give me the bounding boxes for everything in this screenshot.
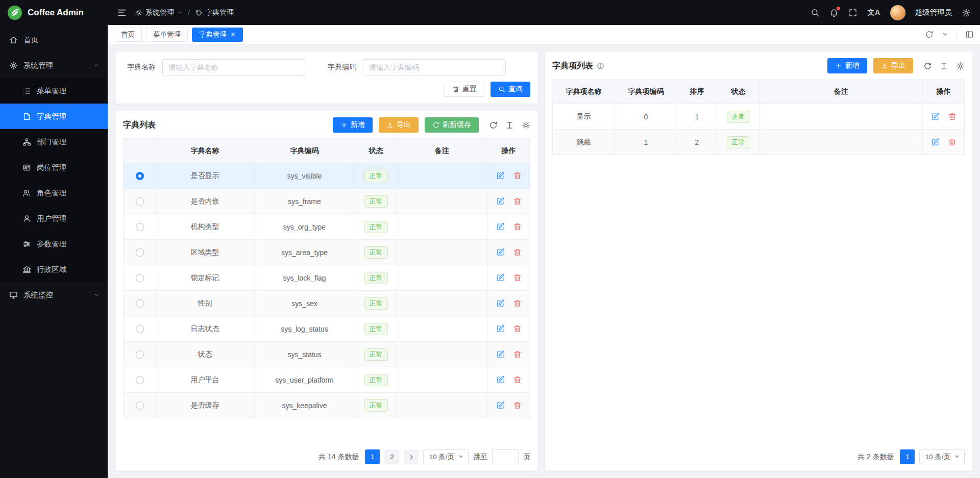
delete-icon[interactable] (948, 112, 957, 121)
row-radio[interactable] (136, 274, 144, 282)
table-row[interactable]: 用户平台 sys_user_platform 正常 (124, 367, 530, 393)
add-button[interactable]: 新增 (827, 58, 867, 73)
table-row[interactable]: 是否显示 sys_visible 正常 (124, 163, 530, 189)
next-page-button[interactable] (404, 449, 419, 464)
edit-icon[interactable] (496, 248, 505, 257)
sidebar-item-user-mgmt[interactable]: 用户管理 (0, 206, 108, 231)
app-logo[interactable]: Coffee Admin (0, 0, 108, 25)
edit-icon[interactable] (496, 171, 505, 180)
sidebar-item-role-mgmt[interactable]: 角色管理 (0, 180, 108, 206)
table-row[interactable]: 显示 0 1 正常 (553, 104, 965, 130)
delete-icon[interactable] (948, 138, 957, 146)
table-row[interactable]: 区域类型 sys_area_type 正常 (124, 240, 530, 265)
page-button-2[interactable]: 2 (384, 449, 399, 464)
column-settings-icon[interactable] (940, 62, 948, 70)
edit-icon[interactable] (496, 401, 505, 410)
edit-icon[interactable] (931, 112, 940, 121)
row-radio[interactable] (136, 376, 144, 384)
refresh-cache-button[interactable]: 刷新缓存 (425, 117, 479, 133)
breadcrumb-item-dict[interactable]: 字典管理 (195, 8, 234, 17)
page-button-1[interactable]: 1 (365, 449, 380, 464)
reset-button[interactable]: 重置 (445, 82, 484, 97)
close-icon[interactable] (230, 32, 236, 37)
user-name[interactable]: 超级管理员 (915, 8, 952, 17)
pagination-total: 共 2 条数据 (857, 452, 894, 462)
column-settings-icon[interactable] (505, 121, 514, 130)
export-button[interactable]: 导出 (379, 117, 419, 133)
row-radio[interactable] (136, 223, 144, 231)
edit-icon[interactable] (931, 138, 940, 146)
dict-code-input[interactable] (363, 59, 506, 76)
settings-gear-icon[interactable] (962, 8, 971, 17)
table-row[interactable]: 日志状态 sys_log_status 正常 (124, 316, 530, 342)
tab-menu-mgmt[interactable]: 菜单管理 (146, 28, 188, 42)
row-radio[interactable] (136, 350, 144, 359)
sidebar-item-home[interactable]: 首页 (0, 27, 108, 53)
edit-icon[interactable] (496, 299, 505, 308)
table-row[interactable]: 状态 sys_status 正常 (124, 342, 530, 367)
sidebar-group-system[interactable]: 系统管理 (0, 53, 108, 78)
table-row[interactable]: 性别 sys_sex 正常 (124, 291, 530, 316)
page-size-select[interactable]: 10 条/页 (423, 449, 469, 464)
edit-icon[interactable] (496, 273, 505, 282)
divider (957, 30, 957, 39)
tab-home[interactable]: 首页 (114, 28, 142, 42)
delete-icon[interactable] (513, 273, 522, 282)
avatar[interactable] (890, 5, 905, 20)
chevron-down-icon[interactable] (942, 31, 948, 38)
gear-icon[interactable] (956, 62, 965, 70)
edit-icon[interactable] (496, 222, 505, 231)
search-icon[interactable] (811, 8, 820, 17)
row-radio[interactable] (136, 248, 144, 257)
table-row[interactable]: 是否内嵌 sys_frame 正常 (124, 189, 530, 214)
jump-page-input[interactable] (492, 449, 519, 464)
edit-icon[interactable] (496, 375, 505, 384)
edit-icon[interactable] (496, 197, 505, 206)
query-button[interactable]: 查询 (491, 82, 530, 97)
sidebar-item-param-mgmt[interactable]: 参数管理 (0, 231, 108, 257)
fullscreen-icon[interactable] (848, 8, 857, 17)
row-radio[interactable] (136, 299, 144, 308)
refresh-icon[interactable] (923, 62, 932, 70)
sidebar-item-dict-mgmt[interactable]: 字典管理 (0, 104, 108, 129)
delete-icon[interactable] (513, 222, 522, 231)
add-button[interactable]: 新增 (333, 117, 373, 133)
refresh-icon[interactable] (489, 121, 498, 130)
gear-icon[interactable] (522, 121, 530, 130)
table-row[interactable]: 锁定标记 sys_lock_flag 正常 (124, 265, 530, 291)
delete-icon[interactable] (513, 197, 522, 206)
delete-icon[interactable] (513, 171, 522, 180)
row-radio[interactable] (136, 197, 144, 206)
breadcrumb-item-system[interactable]: 系统管理 (135, 8, 183, 17)
delete-icon[interactable] (513, 375, 522, 384)
collapse-sidebar-icon[interactable] (117, 8, 127, 18)
translate-icon[interactable]: 文A (867, 8, 880, 17)
layout-icon[interactable] (965, 30, 974, 39)
dict-name-input[interactable] (162, 59, 305, 76)
refresh-icon[interactable] (925, 30, 934, 39)
sidebar-group-monitor[interactable]: 系统监控 (0, 282, 108, 308)
table-row[interactable]: 隐藏 1 2 正常 (553, 130, 965, 155)
delete-icon[interactable] (513, 350, 522, 359)
row-radio[interactable] (136, 401, 144, 410)
delete-icon[interactable] (513, 324, 522, 333)
page-button-1[interactable]: 1 (900, 449, 915, 464)
delete-icon[interactable] (513, 401, 522, 410)
row-radio[interactable] (136, 325, 144, 333)
sidebar-item-post-mgmt[interactable]: 岗位管理 (0, 155, 108, 180)
table-row[interactable]: 是否缓存 sys_keepalive 正常 (124, 393, 530, 418)
notification-button[interactable] (829, 8, 839, 17)
edit-icon[interactable] (496, 350, 505, 359)
delete-icon[interactable] (513, 299, 522, 308)
sidebar-item-dept-mgmt[interactable]: 部门管理 (0, 129, 108, 155)
sidebar-item-region-mgmt[interactable]: 行政区域 (0, 257, 108, 282)
sidebar-item-menu-mgmt[interactable]: 菜单管理 (0, 78, 108, 104)
edit-icon[interactable] (496, 324, 505, 333)
export-button[interactable]: 导出 (873, 58, 913, 73)
info-icon[interactable] (597, 62, 604, 70)
table-row[interactable]: 机构类型 sys_org_type 正常 (124, 214, 530, 240)
delete-icon[interactable] (513, 248, 522, 257)
page-size-select[interactable]: 10 条/页 (919, 449, 965, 464)
row-radio[interactable] (136, 172, 144, 180)
tab-dict-mgmt[interactable]: 字典管理 (192, 28, 243, 42)
